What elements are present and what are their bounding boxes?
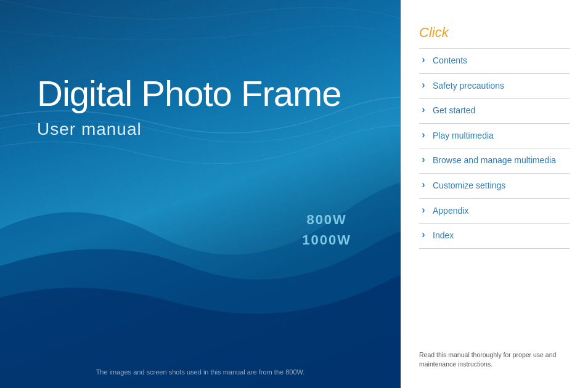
nav-link-appendix[interactable]: Appendix	[419, 199, 570, 224]
nav-link-contents[interactable]: Contents	[419, 49, 570, 73]
nav-item: Play multimedia	[419, 124, 570, 149]
cover-content: Digital Photo Frame User manual 800W 100…	[0, 0, 401, 388]
nav-text-play-multimedia: Play multimedia	[433, 130, 570, 142]
nav-text-contents: Contents	[433, 55, 570, 67]
nav-list: ContentsSafety precautionsGet startedPla…	[419, 49, 570, 338]
nav-item: Index	[419, 224, 570, 249]
nav-arrow-play-multimedia	[419, 131, 428, 139]
disclaimer-text: Read this manual thoroughly for proper u…	[419, 350, 570, 370]
nav-arrow-get-started	[419, 105, 428, 114]
nav-text-customize-settings: Customize settings	[433, 180, 570, 192]
nav-link-browse-and-manage[interactable]: Browse and manage multimedia	[419, 148, 570, 173]
nav-text-safety-precautions: Safety precautions	[433, 80, 570, 92]
model-numbers: 800W 1000W	[302, 209, 351, 250]
model-800w: 800W	[302, 209, 351, 230]
nav-link-index[interactable]: Index	[419, 224, 570, 248]
nav-arrow-customize-settings	[419, 180, 428, 189]
nav-arrow-index	[419, 230, 428, 239]
nav-arrow-contents	[419, 55, 428, 64]
nav-arrow-appendix	[419, 206, 428, 214]
nav-link-play-multimedia[interactable]: Play multimedia	[419, 124, 570, 148]
nav-item: Contents	[419, 49, 570, 74]
nav-item: Safety precautions	[419, 74, 570, 99]
nav-text-browse-and-manage: Browse and manage multimedia	[433, 155, 570, 167]
model-1000w: 1000W	[302, 230, 351, 250]
click-heading: Click	[419, 25, 570, 41]
nav-link-get-started[interactable]: Get started	[419, 99, 570, 123]
cover-panel: Digital Photo Frame User manual 800W 100…	[0, 0, 401, 388]
nav-text-get-started: Get started	[433, 105, 570, 117]
nav-arrow-safety-precautions	[419, 81, 428, 89]
nav-item: Appendix	[419, 199, 570, 224]
nav-link-safety-precautions[interactable]: Safety precautions	[419, 74, 570, 99]
nav-text-appendix: Appendix	[433, 205, 570, 217]
title-area: Digital Photo Frame User manual	[0, 0, 401, 139]
nav-arrow-browse-and-manage	[419, 155, 428, 164]
subtitle: User manual	[37, 119, 364, 139]
nav-item: Browse and manage multimedia	[419, 148, 570, 174]
nav-item: Get started	[419, 99, 570, 124]
nav-text-index: Index	[433, 230, 570, 242]
nav-link-customize-settings[interactable]: Customize settings	[419, 174, 570, 198]
navigation-panel: Click ContentsSafety precautionsGet star…	[401, 0, 588, 388]
nav-item: Customize settings	[419, 174, 570, 199]
main-title: Digital Photo Frame	[37, 74, 364, 113]
